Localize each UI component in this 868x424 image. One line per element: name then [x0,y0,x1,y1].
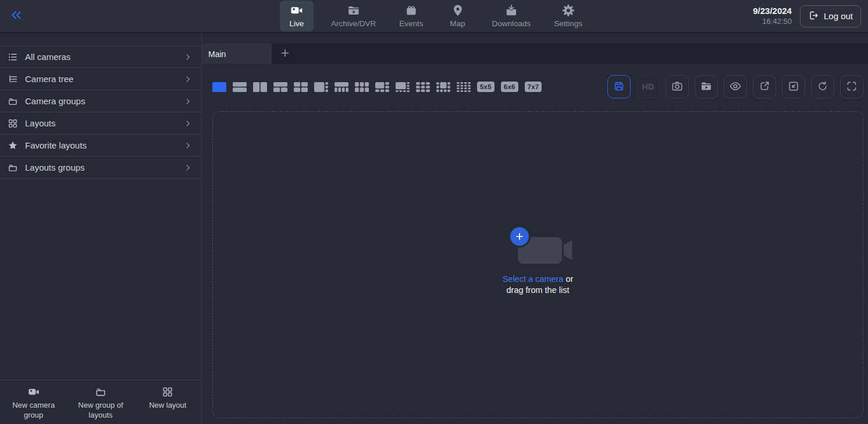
empty-state-line2: drag from the list [507,285,570,295]
datetime: 9/23/2024 16:42:50 [753,5,792,26]
add-tab-button[interactable] [272,44,298,64]
open-archive-button[interactable] [695,75,718,98]
logout-label: Log out [824,11,853,21]
fullscreen-icon [845,80,858,94]
layout-4x4-button[interactable] [457,80,471,94]
snapshot-button[interactable] [666,75,689,98]
new-group-of-layouts-button[interactable]: New group of layouts [67,386,134,421]
chevron-right-icon [183,118,193,129]
view-actions: HD [607,75,863,98]
layout-1x1-button[interactable] [212,80,226,94]
add-camera-graphic[interactable] [506,229,571,267]
nav-item-live[interactable]: Live [280,1,314,31]
nav-item-events[interactable]: Events [393,1,429,31]
layout-2-cols-button[interactable] [253,80,267,94]
video-camera-icon [27,386,40,398]
folder-icon [7,96,19,107]
export-button[interactable] [753,75,776,98]
shrink-icon [787,80,800,94]
chevron-right-icon [183,74,193,84]
sidebar-item-camera-tree[interactable]: Camera tree [0,68,201,90]
visibility-button[interactable] [724,75,747,98]
chevron-right-icon [183,140,193,151]
gear-icon [561,3,575,17]
top-bar: LiveArchive/DVREventsMapDownloadsSetting… [0,0,868,33]
hd-label: HD [642,82,654,91]
logout-button[interactable]: Log out [800,5,861,27]
sidebar-item-label: Favorite layouts [25,140,87,150]
nav-item-label: Live [290,19,304,28]
sidebar-item-label: Layouts [25,118,56,128]
layout-3x2-button[interactable] [355,80,369,94]
layout-6x6-button[interactable]: 6x6 [501,82,518,92]
hd-button: HD [636,75,660,98]
current-time: 16:42:50 [753,17,792,27]
nav-item-downloads[interactable]: Downloads [486,1,536,31]
star-icon [7,140,19,151]
layout-1-plus-2-button[interactable] [273,80,287,94]
tab-main[interactable]: Main [202,44,272,64]
grid-icon [7,118,19,129]
folder-icon [7,162,19,174]
layout-7x7-button[interactable]: 7x7 [525,82,542,92]
sidebar-item-label: Camera tree [25,74,73,84]
layout-1-plus-8-button[interactable] [436,80,450,94]
refresh-button[interactable] [811,75,834,98]
layout-2-rows-button[interactable] [233,80,247,94]
floppy-icon [613,80,625,94]
empty-state-or: or [565,274,573,284]
main-area: Main 5x56x67x7 HD Select a camera or dra… [202,33,868,424]
fullscreen-button[interactable] [840,75,863,98]
nav-item-map[interactable]: Map [440,1,474,31]
new-layout-button[interactable]: New layout [134,386,201,421]
select-camera-link[interactable]: Select a camera [503,274,564,284]
add-camera-plus-icon[interactable] [508,225,531,248]
layout-cell[interactable]: Select a camera or drag from the list [212,111,863,418]
nav-item-label: Map [450,19,465,28]
sidebar-item-layouts[interactable]: Layouts [0,112,201,135]
empty-state-text: Select a camera or drag from the list [503,274,574,296]
sidebar-item-label: All cameras [25,52,70,62]
sidebar-item-favorite-layouts[interactable]: Favorite layouts [0,135,201,157]
nav-item-settings[interactable]: Settings [548,1,588,31]
sidebar-item-label: Camera groups [25,96,85,106]
sidebar-item-camera-groups[interactable]: Camera groups [0,90,201,112]
sidebar-footer: New camera groupNew group of layoutsNew … [0,380,201,424]
layout-5x5-button[interactable]: 5x5 [477,82,495,92]
sidebar: All camerasCamera treeCamera groupsLayou… [0,33,202,424]
topbar-right: 9/23/2024 16:42:50 Log out [753,5,868,27]
view-toolbar: 5x56x67x7 HD [202,64,868,98]
sidebar-item-label: Layouts groups [25,162,85,172]
collapse-sidebar-button[interactable] [6,6,27,27]
download-icon [504,3,518,17]
footer-button-label: New group of layouts [72,400,130,421]
layout-1-plus-3-button[interactable] [314,80,328,94]
empty-state: Select a camera or drag from the list [503,229,574,296]
nav-item-label: Archive/DVR [331,19,376,28]
chevron-right-icon [183,162,193,173]
minimize-button[interactable] [782,75,805,98]
sidebar-item-all-cameras[interactable]: All cameras [0,46,201,68]
main-navigation: LiveArchive/DVREventsMapDownloadsSetting… [280,1,588,31]
chevrons-left-icon [9,8,24,25]
list-icon [7,51,19,63]
new-camera-group-button[interactable]: New camera group [0,386,67,421]
video-camera-icon [290,3,304,17]
layout-1-plus-7-button[interactable] [396,80,410,94]
save-button[interactable] [607,75,631,98]
layout-1-plus-4-button[interactable] [335,80,348,94]
map-pin-icon [450,3,464,17]
sidebar-item-layouts-groups[interactable]: Layouts groups [0,157,201,179]
nav-item-label: Events [399,19,423,28]
photo-camera-icon [671,80,684,94]
current-date: 9/23/2024 [753,5,792,17]
nav-item-archive-dvr[interactable]: Archive/DVR [325,1,382,31]
layout-2x2-button[interactable] [294,80,308,94]
layout-tab-bar: Main [202,44,868,64]
layout-1-plus-5-button[interactable] [375,80,389,94]
nav-item-label: Settings [554,19,582,28]
chevron-right-icon [183,52,193,62]
export-icon [758,80,771,94]
chevron-right-icon [183,96,193,107]
layout-3x3-button[interactable] [416,80,430,94]
